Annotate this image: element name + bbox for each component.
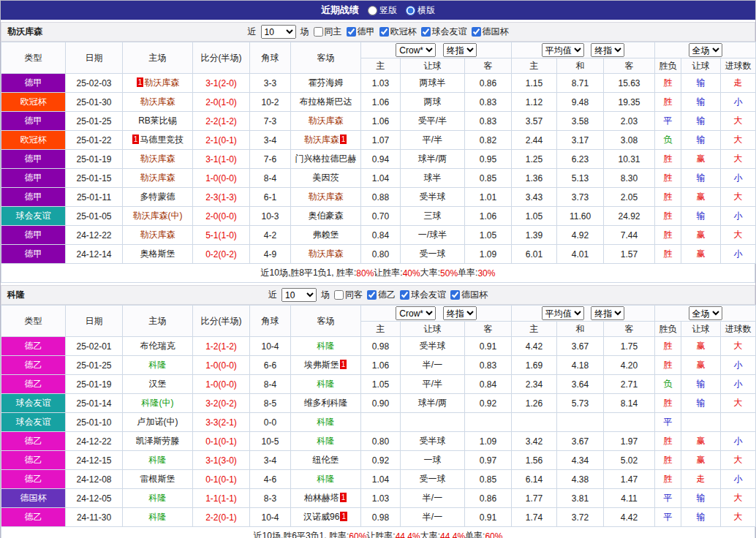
asian-home-odds-cell: 0.94	[361, 150, 401, 169]
team-name: 布拉格斯巴达	[300, 96, 352, 107]
score-cell: 2-0(0-0)	[193, 207, 250, 226]
euro-final-odds-select[interactable]: 终指	[591, 43, 624, 57]
away-team-cell: 科隆	[291, 375, 361, 394]
result-goals-cell: 大	[721, 150, 756, 169]
euro-average-select[interactable]: 平均值	[542, 306, 584, 320]
team-name-text: 科隆	[317, 341, 335, 351]
league-filter[interactable]: 德乙	[367, 289, 396, 301]
asian-away-odds-cell: 0.85	[465, 169, 512, 188]
asian-handicap-cell: 球半/两	[401, 394, 465, 413]
league-type-cell: 德乙	[1, 375, 66, 394]
recent-count-select[interactable]: 10	[281, 288, 317, 302]
match-date-cell: 25-02-03	[66, 74, 123, 93]
team-name: 1勒沃库森	[136, 77, 180, 88]
fulltime-header: 全场	[655, 306, 756, 322]
euro-away-odds-cell: 5.02	[604, 451, 655, 470]
corner-cell: 3-4	[250, 131, 291, 150]
league-type-cell: 球会友谊	[1, 394, 66, 413]
corner-cell: 10-4	[250, 508, 291, 527]
col-header-euro-draw: 和	[557, 58, 604, 74]
home-team-cell: 奥格斯堡	[123, 245, 193, 264]
league-filter[interactable]: 球会友谊	[400, 289, 446, 301]
league-type-cell: 德甲	[1, 74, 66, 93]
layout-option-horizontal[interactable]: 横版	[406, 4, 435, 17]
team-name-text: 布伦瑞克	[140, 341, 175, 351]
league-filter[interactable]: 欧冠杯	[379, 26, 417, 38]
league-filter[interactable]: 德国杯	[450, 289, 488, 301]
asian-handicap-cell: 受半球	[401, 337, 465, 356]
result-goals-cell: 小	[721, 432, 756, 451]
match-date-cell: 25-01-11	[66, 188, 123, 207]
result-handicap-cell: 输	[681, 74, 721, 93]
layout-option-vertical[interactable]: 竖版	[368, 4, 397, 17]
result-goals-cell: 大	[721, 226, 756, 245]
table-body: 德乙25-02-01布伦瑞克1-2(1-2)10-4科隆0.98受半球0.914…	[1, 337, 756, 527]
match-row: 球会友谊25-01-05勒沃库森(中)2-0(0-0)10-3奥伯豪森0.70三…	[1, 207, 756, 226]
horizontal-layout-radio[interactable]	[406, 6, 415, 15]
page: 近期战绩 竖版 横版 勒沃库森 近 10 场 同主 德甲 欧冠杯 球会友谊 德国…	[0, 0, 756, 538]
asian-away-odds-cell: 0.82	[465, 131, 512, 150]
vertical-layout-radio[interactable]	[368, 6, 377, 15]
asian-away-odds-cell: 0.85	[465, 470, 512, 489]
home-team-cell: 布伦瑞克	[123, 337, 193, 356]
team-name-text: 勒沃库森	[309, 115, 344, 126]
team-name: 凯泽斯劳滕	[136, 436, 180, 446]
result-goals-cell: 小	[721, 169, 756, 188]
result-goals-cell: 大	[721, 451, 756, 470]
league-filter[interactable]: 德甲	[347, 26, 375, 38]
same-venue-checkbox[interactable]	[314, 27, 323, 37]
asian-final-odds-select[interactable]: 终指	[443, 43, 477, 57]
fulltime-select[interactable]: 全场	[689, 306, 722, 320]
league-checkbox[interactable]	[379, 27, 389, 37]
asian-home-odds-cell: 1.04	[361, 169, 401, 188]
league-checkbox[interactable]	[421, 27, 431, 37]
team-name-text: 门兴格拉德巴赫	[295, 154, 357, 164]
league-checkbox[interactable]	[472, 27, 481, 37]
euro-average-select[interactable]: 平均值	[542, 43, 584, 57]
col-header-result-handicap: 让球	[681, 58, 721, 74]
match-date-cell: 24-12-05	[66, 489, 123, 508]
league-checkbox[interactable]	[347, 27, 356, 37]
league-checkbox[interactable]	[367, 290, 377, 300]
recent-count-select[interactable]: 10	[261, 25, 296, 39]
col-header-type: 类型	[1, 306, 66, 337]
league-filter[interactable]: 德国杯	[472, 26, 509, 38]
summary-segment: 让胜率:	[374, 267, 402, 279]
page-title: 近期战绩	[321, 4, 359, 17]
home-team-cell: 1勒沃库森	[123, 74, 193, 93]
odds-company-select[interactable]: Crow*	[396, 306, 436, 320]
col-header-euro-away: 客	[604, 322, 655, 337]
summary-segment: 大率:	[420, 530, 440, 538]
team-name: 科隆	[317, 417, 335, 427]
result-goals-cell: 大	[721, 489, 756, 508]
euro-draw-odds-cell: 4.34	[557, 451, 604, 470]
result-wdl-cell: 胜	[655, 470, 681, 489]
league-checkbox[interactable]	[450, 290, 460, 300]
same-venue-filter[interactable]: 同主	[314, 26, 342, 38]
odds-company-select[interactable]: Crow*	[396, 43, 436, 57]
same-venue-checkbox[interactable]	[334, 290, 344, 300]
league-filter[interactable]: 球会友谊	[421, 26, 467, 38]
home-team-cell: 勒沃库森	[123, 93, 193, 112]
team-name-text: 科隆	[149, 493, 167, 503]
team-name: 1马德里竞技	[132, 134, 184, 145]
match-row: 德甲25-01-15勒沃库森1-0(0-0)8-4美因茨1.04球半0.851.…	[1, 169, 756, 188]
col-header-corner: 角球	[250, 306, 291, 337]
home-team-cell: 勒沃库森	[123, 150, 193, 169]
home-team-cell: 科隆	[123, 508, 193, 527]
asian-final-odds-select[interactable]: 终指	[443, 306, 477, 320]
score-cell: 3-2(0-2)	[193, 394, 250, 413]
away-team-cell: 汉诺威961	[291, 508, 361, 527]
league-checkbox[interactable]	[400, 290, 409, 300]
euro-final-odds-select[interactable]: 终指	[591, 306, 624, 320]
fulltime-select[interactable]: 全场	[689, 43, 722, 57]
col-header-result-goals: 进球数	[721, 322, 756, 337]
team-name: 弗赖堡	[313, 230, 339, 240]
home-team-cell: 科隆	[123, 356, 193, 375]
euro-draw-odds-cell: 3.67	[557, 432, 604, 451]
same-venue-filter[interactable]: 同客	[334, 289, 363, 301]
euro-home-odds-cell: 3.42	[512, 432, 557, 451]
team-name-text: 勒沃库森	[140, 96, 175, 107]
result-handicap-cell: 输	[681, 489, 721, 508]
score-cell: 3-3(2-1)	[193, 413, 250, 432]
